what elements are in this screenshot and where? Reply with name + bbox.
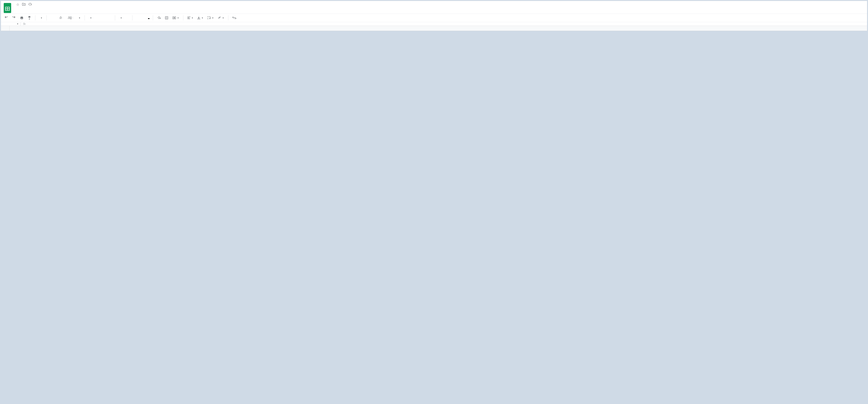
separator [228, 15, 228, 21]
wrap-dropdown[interactable]: ▼ [206, 16, 215, 20]
h-align-dropdown[interactable]: ▼ [186, 16, 194, 20]
app-window: ☆ ▼ .0← [1, 1, 867, 31]
svg-rect-7 [28, 17, 30, 18]
star-icon[interactable]: ☆ [16, 2, 19, 7]
separator [46, 15, 47, 21]
header: ☆ [1, 1, 867, 13]
svg-point-8 [160, 18, 161, 19]
zoom-dropdown[interactable]: ▼ [38, 16, 43, 20]
merge-dropdown[interactable]: ▼ [171, 15, 180, 20]
bold-button[interactable] [135, 17, 137, 19]
decrease-decimal-button[interactable]: .0← [58, 15, 64, 21]
fx-icon: fx [21, 22, 28, 26]
undo-button[interactable] [3, 15, 9, 20]
percent-button[interactable] [54, 17, 56, 19]
font-size-dropdown[interactable]: ▼ [118, 16, 129, 20]
separator [35, 15, 35, 21]
separator [132, 15, 132, 21]
sheets-logo[interactable] [3, 2, 12, 13]
toolbar: ▼ .0← .00→ ▼ ▼ ▼ ▼ ▼ ▼ ▼ A▼ [1, 13, 867, 22]
strikethrough-button[interactable] [144, 17, 146, 19]
separator [85, 15, 85, 21]
formula-bar[interactable] [28, 23, 867, 25]
borders-button[interactable] [164, 15, 169, 20]
cloud-icon[interactable] [28, 3, 32, 7]
paint-format-button[interactable] [27, 15, 32, 21]
column-headers [1, 26, 867, 31]
link-button[interactable] [231, 16, 237, 20]
svg-rect-5 [21, 17, 23, 17]
svg-rect-6 [21, 18, 23, 19]
fill-color-button[interactable] [156, 15, 162, 20]
italic-button[interactable] [140, 17, 142, 19]
font-dropdown[interactable]: ▼ [88, 16, 112, 20]
svg-text:A: A [218, 17, 220, 19]
title-row: ☆ [13, 2, 865, 7]
name-box[interactable]: ▼ [1, 22, 21, 26]
v-align-dropdown[interactable]: ▼ [196, 15, 204, 20]
increase-decimal-button[interactable]: .00→ [66, 15, 74, 21]
more-formats-dropdown[interactable]: ▼ [76, 16, 82, 20]
redo-button[interactable] [11, 15, 17, 20]
title-area: ☆ [13, 2, 865, 9]
name-formula-row: ▼ fx [1, 22, 867, 26]
grid [1, 26, 867, 31]
select-all-corner[interactable] [1, 26, 10, 31]
currency-button[interactable] [50, 17, 52, 19]
svg-rect-12 [173, 17, 174, 19]
text-color-button[interactable] [148, 17, 150, 19]
rotate-dropdown[interactable]: A▼ [217, 15, 225, 20]
move-icon[interactable] [22, 3, 26, 7]
separator [115, 15, 115, 21]
menu-bar [13, 7, 865, 9]
print-button[interactable] [19, 15, 25, 20]
